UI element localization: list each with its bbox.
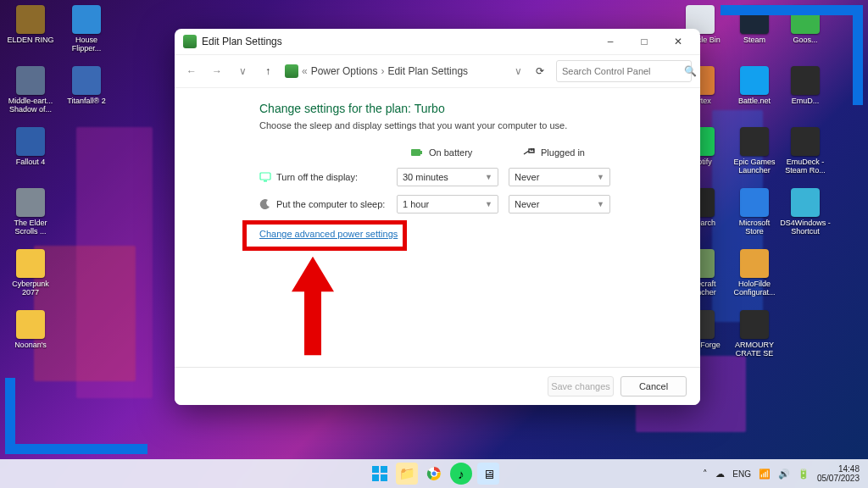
tray-wifi-icon[interactable]: 📶 [759, 469, 771, 480]
breadcrumb-edit-plan[interactable]: Edit Plan Settings [387, 65, 468, 77]
desktop-icon-label: EmuDeck - Steam Ro... [780, 158, 831, 175]
window-title: Edit Plan Settings [202, 36, 282, 47]
desktop-icon-label: Middle-eart... Shadow of... [5, 97, 56, 114]
path-dropdown[interactable]: ∨ [515, 65, 522, 77]
desktop-icon-label: Epic Games Launcher [729, 158, 780, 175]
cancel-button[interactable]: Cancel [620, 376, 687, 396]
column-plugged-in: Plugged in [509, 146, 610, 159]
svg-rect-1 [420, 151, 422, 154]
svg-rect-8 [381, 466, 387, 473]
desktop-icon-label: ARMOURY CRATE SE [729, 341, 780, 358]
tray-volume-icon[interactable]: 🔊 [778, 469, 790, 480]
row-sleep-label: Put the computer to sleep: [259, 198, 387, 210]
close-button[interactable]: ✕ [661, 30, 695, 53]
desktop-icon-label: Fallout 4 [16, 158, 46, 166]
sleep-plugged-dropdown[interactable]: Never▼ [509, 195, 610, 214]
search-box[interactable]: 🔍 [556, 60, 692, 82]
tray-battery-icon[interactable]: 🔋 [798, 469, 810, 480]
sleep-battery-dropdown[interactable]: 1 hour▼ [397, 195, 498, 214]
up-button[interactable]: ↑ [259, 65, 276, 77]
back-button[interactable]: ← [183, 65, 200, 77]
svg-rect-3 [533, 148, 535, 151]
taskbar-chrome-icon[interactable] [423, 463, 445, 485]
minimize-button[interactable]: – [593, 30, 627, 53]
battery-icon [410, 146, 424, 159]
breadcrumb[interactable]: « Power Options › Edit Plan Settings [285, 64, 501, 78]
power-options-icon [183, 35, 197, 48]
addressbar: ← → ∨ ↑ « Power Options › Edit Plan Sett… [175, 54, 700, 88]
chevron-down-icon: ▼ [597, 173, 604, 181]
titlebar: Edit Plan Settings – □ ✕ [175, 29, 700, 54]
app-icon [16, 310, 45, 339]
desktop-icon[interactable]: HoloFilde Configurat... [729, 249, 780, 307]
system-tray: ˄ ☁ ENG 📶 🔊 🔋 14:48 05/07/2023 [703, 464, 860, 483]
desktop-icon[interactable]: Middle-eart... Shadow of... [5, 66, 56, 124]
chevron-down-icon: ▼ [597, 200, 604, 208]
svg-rect-9 [372, 474, 379, 481]
taskbar: 📁 ♪ 🖥 ˄ ☁ ENG 📶 🔊 🔋 14:48 05/07/2023 [0, 459, 868, 488]
tray-language-icon[interactable]: ENG [732, 469, 751, 479]
desktop-icon-label: HoloFilde Configurat... [729, 280, 780, 297]
taskbar-clock[interactable]: 14:48 05/07/2023 [817, 464, 860, 483]
taskbar-app-icon[interactable]: 🖥 [477, 463, 499, 485]
display-battery-dropdown[interactable]: 30 minutes▼ [397, 168, 498, 186]
maximize-button[interactable]: □ [627, 30, 661, 53]
power-options-icon [285, 64, 298, 78]
tray-onedrive-icon[interactable]: ☁ [715, 469, 725, 480]
edit-plan-settings-window: Edit Plan Settings – □ ✕ ← → ∨ ↑ « Power… [175, 29, 700, 405]
content-area: Change settings for the plan: Turbo Choo… [175, 88, 700, 367]
desktop-icon[interactable]: Microsoft Store [729, 188, 780, 246]
desktop-icon[interactable]: Titanfall® 2 [61, 66, 112, 124]
forward-button[interactable]: → [209, 65, 225, 77]
app-icon [16, 5, 45, 34]
desktop-icon[interactable]: ARMOURY CRATE SE [729, 310, 780, 368]
desktop-icon[interactable]: Epic Games Launcher [729, 127, 780, 185]
desktop-icon[interactable]: DS4Windows - Shortcut [780, 188, 831, 246]
svg-rect-5 [264, 180, 267, 182]
svg-rect-4 [260, 173, 270, 180]
save-changes-button: Save changes [548, 376, 614, 396]
desktop-icon-label: ELDEN RING [7, 36, 53, 44]
refresh-button[interactable]: ⟳ [536, 65, 544, 77]
advanced-power-settings-link[interactable]: Change advanced power settings [259, 229, 398, 239]
desktop-icon-label: DS4Windows - Shortcut [780, 219, 831, 236]
app-icon [72, 5, 101, 34]
display-plugged-dropdown[interactable]: Never▼ [509, 168, 610, 186]
window-footer: Save changes Cancel [175, 367, 700, 405]
svg-marker-6 [292, 257, 334, 356]
svg-rect-0 [411, 149, 420, 156]
search-input[interactable] [562, 66, 679, 76]
plug-icon [522, 146, 536, 159]
svg-rect-2 [531, 148, 532, 151]
desktop-icon[interactable]: House Flipper... [61, 5, 112, 63]
svg-point-13 [431, 471, 437, 476]
svg-rect-7 [372, 466, 379, 473]
start-button[interactable] [369, 463, 391, 485]
desktop-icon[interactable]: Cyberpunk 2077 [5, 249, 56, 307]
app-icon [740, 249, 769, 278]
svg-rect-10 [381, 474, 387, 481]
sleep-icon [259, 198, 271, 210]
desktop-icon-label: Titanfall® 2 [67, 97, 105, 105]
chevron-down-icon: ▼ [485, 173, 492, 181]
desktop-icon-label: Noonan's [14, 341, 47, 349]
desktop-icon-label: Microsoft Store [729, 219, 780, 236]
highlight-bracket-bottom-left [5, 378, 147, 454]
app-icon [791, 127, 820, 156]
desktop-icon[interactable]: Noonan's [5, 310, 56, 368]
app-icon [16, 127, 45, 156]
desktop-icon[interactable]: The Elder Scrolls ... [5, 188, 56, 246]
taskbar-spotify-icon[interactable]: ♪ [450, 463, 472, 485]
desktop-icon[interactable]: ELDEN RING [5, 5, 56, 63]
app-icon [72, 66, 101, 95]
app-icon [740, 127, 769, 156]
taskbar-explorer-icon[interactable]: 📁 [396, 463, 418, 485]
desktop-icon[interactable]: Fallout 4 [5, 127, 56, 185]
history-dropdown[interactable]: ∨ [234, 65, 251, 77]
tray-chevron-icon[interactable]: ˄ [703, 469, 708, 480]
page-subtext: Choose the sleep and display settings th… [259, 120, 666, 130]
app-icon [740, 188, 769, 217]
desktop-icon[interactable]: EmuDeck - Steam Ro... [780, 127, 831, 185]
breadcrumb-power-options[interactable]: Power Options [311, 65, 378, 77]
desktop-icon-label: House Flipper... [61, 36, 112, 53]
